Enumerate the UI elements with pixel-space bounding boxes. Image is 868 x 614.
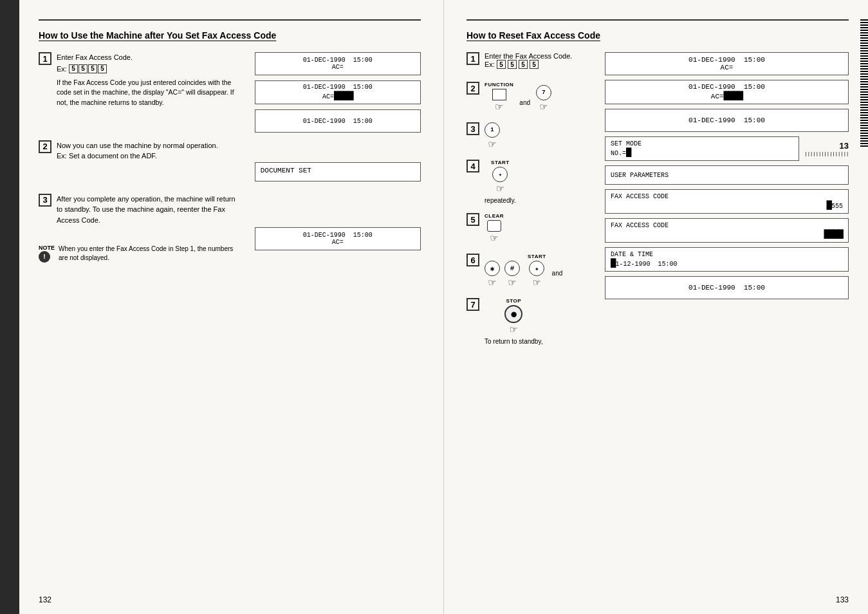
r-code-3: 5	[519, 60, 528, 69]
right-step-2-buttons: FUNCTION ☞ and 7 ☞	[485, 82, 551, 113]
step-1-block: 1 Enter Fax Access Code. Ex: 5 5 5 5	[39, 52, 242, 108]
barcode-right	[860, 19, 868, 148]
lcd-2-line2: AC=████	[261, 91, 415, 101]
lcd-1-line2: AC=	[261, 64, 415, 71]
function-square	[492, 89, 506, 100]
right-lcd-8: DATE & TIME █1-12-1990 15:00	[605, 247, 849, 272]
r-lcd-2-l2: AC=████	[611, 91, 843, 101]
lcd-2-line1: 01-DEC-1990 15:00	[261, 84, 415, 91]
lcd-1-line1: 01-DEC-1990 15:00	[261, 57, 415, 64]
r-lcd-4-l1: SET MODE	[611, 140, 793, 147]
right-step-3-num: 3	[466, 122, 479, 135]
doc-set-label: DOCUMENT SET	[261, 167, 311, 174]
finger-6c: ☞	[533, 277, 540, 289]
right-step-4-content: START ✦ ☞ repeatedly.	[485, 160, 516, 204]
instructions-col: 1 Enter Fax Access Code. Ex: 5 5 5 5	[39, 52, 242, 263]
r-code-1: 5	[497, 60, 506, 69]
right-lcd-4: SET MODE NO.=█	[605, 136, 799, 161]
r-lcd-2-l1: 01-DEC-1990 15:00	[611, 83, 843, 91]
r-lcd-7-l2: ████	[611, 229, 843, 239]
note-section: NOTE ! When you enter the Fax Access Cod…	[39, 238, 242, 263]
function-label: FUNCTION	[485, 82, 513, 88]
lcd-display-5: 01-DEC-1990 15:00 AC=	[255, 227, 421, 250]
right-step-6-num: 6	[466, 254, 479, 266]
step-2-line1: Now you can use the machine by normal op…	[57, 140, 218, 151]
note-icon: !	[39, 251, 50, 263]
right-lcd-5: USER PARAMETERS	[605, 165, 849, 185]
start-label-6: START	[528, 254, 546, 259]
hash-circle: #	[504, 261, 520, 276]
block-bars-r2: ████	[724, 91, 743, 101]
pages: How to Use the Machine after You Set Fax…	[19, 0, 868, 614]
clear-square	[487, 220, 501, 232]
step-1-line2: Ex: 5 5 5 5	[57, 63, 242, 74]
clear-button: CLEAR ☞	[485, 213, 504, 245]
r-lcd-8-l2: █1-12-1990 15:00	[611, 258, 843, 268]
left-content: 1 Enter Fax Access Code. Ex: 5 5 5 5	[39, 52, 421, 263]
step-3-line1: After you complete any operation, the ma…	[57, 194, 242, 226]
right-lcd-2: 01-DEC-1990 15:00 AC=████	[605, 80, 849, 104]
r-code-4: 5	[530, 60, 539, 69]
r-lcd-7-l1: FAX ACCESS CODE	[611, 222, 843, 229]
r-lcd-3-l1: 01-DEC-1990 15:00	[611, 116, 843, 124]
lcd-3-line1: 01-DEC-1990 15:00	[261, 118, 415, 125]
right-step-7-num: 7	[466, 298, 479, 311]
note-text: When you enter the Fax Access Code in St…	[59, 245, 242, 263]
r-lcd-9-l1: 01-DEC-1990 15:00	[611, 284, 843, 292]
right-step-5-num: 5	[466, 213, 479, 226]
right-content: 1 Enter the Fax Access Code. Ex: 5 5 5 5	[466, 52, 849, 354]
book-spine	[0, 0, 19, 614]
r-lcd-4-l2: NO.=█	[611, 147, 793, 158]
code-box-3: 5	[88, 64, 97, 73]
page-container: How to Use the Machine after You Set Fax…	[0, 0, 868, 614]
block-bars-2: ████	[334, 91, 353, 101]
page-number-left: 132	[39, 595, 51, 604]
r-lcd-6-l2: █555	[611, 200, 843, 210]
step-1-num: 1	[39, 52, 51, 65]
right-step-1-text: Enter the Fax Access Code.	[485, 52, 572, 60]
barcode-lines: ||||||||||||||||	[804, 151, 849, 156]
start-circle-4: ✦	[492, 167, 508, 182]
note-label: NOTE !	[39, 245, 55, 263]
repeatedly-text: repeatedly.	[485, 197, 516, 204]
right-lcd-3: 01-DEC-1990 15:00	[605, 109, 849, 132]
page-number-right: 133	[836, 595, 849, 604]
start-button-4: START ✦ ☞	[485, 160, 516, 195]
stop-button: STOP ⬤ ☞	[485, 298, 542, 336]
step-2-text: Now you can use the machine by normal op…	[57, 140, 218, 162]
finger-4: ☞	[497, 183, 504, 195]
right-step-7: 7 STOP ⬤ ☞ To return to standby,	[466, 298, 595, 345]
right-step-1-num: 1	[466, 52, 479, 65]
step-1-text: Enter Fax Access Code. Ex: 5 5 5 5	[57, 52, 242, 108]
and-text-2: and	[519, 99, 530, 106]
r-lcd-1-l2: AC=	[611, 64, 843, 71]
code-box-2: 5	[78, 64, 88, 73]
finger-2: ☞	[540, 102, 548, 113]
page-right: How to Reset Fax Access Code 1 Enter the…	[444, 0, 868, 614]
right-step-7-content: STOP ⬤ ☞ To return to standby,	[485, 298, 542, 345]
step-2-num: 2	[39, 140, 51, 153]
code-boxes-1: 5 5 5 5	[69, 64, 107, 73]
step-1-note: If the Fax Access Code you just entered …	[57, 78, 242, 108]
seven-button: 7 ☞	[536, 85, 551, 113]
clear-label: CLEAR	[485, 213, 504, 219]
finger-7: ☞	[510, 324, 517, 336]
right-step-4-num: 4	[466, 160, 479, 172]
step-3-text: After you complete any operation, the ma…	[57, 194, 242, 226]
top-divider-right	[466, 19, 849, 21]
right-displays-col: 01-DEC-1990 15:00 AC= 01-DEC-1990 15:00 …	[605, 52, 849, 354]
step-2-block: 2 Now you can use the machine by normal …	[39, 140, 242, 162]
start-button-6: START ✦ ☞	[528, 254, 546, 289]
lcd-display-2: 01-DEC-1990 15:00 AC=████	[255, 80, 421, 104]
displays-col: 01-DEC-1990 15:00 AC= 01-DEC-1990 15:00 …	[255, 52, 421, 263]
stop-label: STOP	[506, 298, 521, 304]
right-step-3: 3 1 ☞	[466, 122, 595, 151]
function-button: FUNCTION ☞	[485, 82, 513, 113]
code-box-1: 5	[69, 64, 78, 73]
right-step-5: 5 CLEAR ☞	[466, 213, 595, 245]
right-step-4: 4 START ✦ ☞ repeatedly.	[466, 160, 595, 204]
one-button: 1 ☞	[485, 122, 500, 151]
finger-3: ☞	[489, 139, 496, 151]
start-circle-6: ✦	[529, 261, 544, 276]
lcd-5-line2: AC=	[261, 239, 415, 246]
